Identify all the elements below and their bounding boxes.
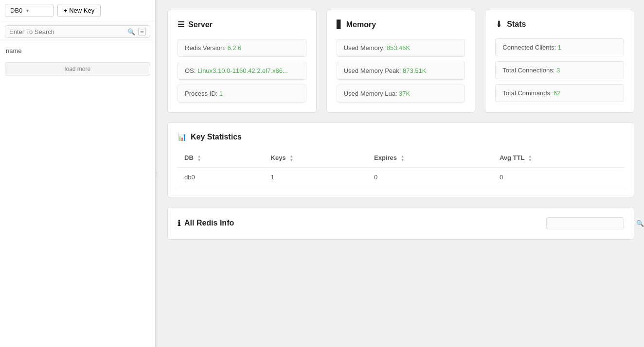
server-icon: ☰ — [178, 20, 184, 29]
new-key-button[interactable]: + New Key — [57, 4, 101, 17]
memory-icon: ▋ — [337, 20, 342, 29]
table-header-row: DB ▲▼ Keys ▲▼ Expires ▲▼ Avg TTL ▲▼ — [178, 149, 624, 167]
sort-arrows-avg-ttl: ▲▼ — [528, 155, 532, 162]
search-icon: 🔍 — [127, 28, 135, 35]
col-expires[interactable]: Expires ▲▼ — [367, 149, 493, 167]
chart-icon: 📊 — [178, 133, 187, 141]
row-expires: 0 — [367, 167, 493, 187]
col-avg-ttl[interactable]: Avg TTL ▲▼ — [493, 149, 624, 167]
server-card-title: ☰ Server — [178, 20, 306, 29]
row-keys: 1 — [264, 167, 368, 187]
stats-card: 🌡 Stats Connected Clients: 1 Total Conne… — [485, 10, 634, 113]
sort-arrows-keys: ▲▼ — [289, 155, 293, 162]
key-statistics-card: 📊 Key Statistics DB ▲▼ Keys ▲▼ Expires ▲ — [167, 122, 634, 197]
col-keys[interactable]: Keys ▲▼ — [264, 149, 368, 167]
server-card: ☰ Server Redis Version: 6.2.6 OS: Linux3… — [167, 10, 317, 113]
memory-card: ▋ Memory Used Memory: 853.46K Used Memor… — [326, 10, 476, 113]
main-content: ☰ Server Redis Version: 6.2.6 OS: Linux3… — [158, 0, 644, 347]
search-input[interactable] — [9, 28, 125, 35]
all-redis-info-card: ℹ All Redis Info 🔍 — [167, 207, 634, 240]
db-select[interactable]: DB0 ▾ — [5, 4, 54, 17]
search-input-wrap: 🔍 ☰ — [5, 25, 150, 38]
cards-row: ☰ Server Redis Version: 6.2.6 OS: Linux3… — [167, 10, 634, 113]
used-memory-peak: Used Memory Peak: 873.51K — [337, 62, 465, 80]
memory-card-title: ▋ Memory — [337, 20, 465, 29]
col-db[interactable]: DB ▲▼ — [178, 149, 264, 167]
row-db: db0 — [178, 167, 264, 187]
sort-arrows-db: ▲▼ — [197, 155, 201, 162]
all-redis-search-wrap: 🔍 — [546, 217, 624, 229]
all-redis-header: ℹ All Redis Info 🔍 — [178, 217, 624, 229]
all-redis-info-title: ℹ All Redis Info — [178, 219, 234, 228]
chevron-down-icon: ▾ — [26, 8, 29, 13]
sidebar-name-label: name — [0, 42, 155, 56]
all-redis-search-input[interactable] — [552, 220, 633, 227]
row-avg-ttl: 0 — [493, 167, 624, 187]
used-memory-lua: Used Memory Lua: 37K — [337, 85, 465, 103]
search-bar: 🔍 ☰ — [0, 21, 155, 42]
sidebar-top: DB0 ▾ + New Key — [0, 0, 155, 21]
info-icon: ℹ — [178, 219, 180, 228]
total-commands: Total Commands: 62 — [495, 84, 624, 102]
filter-icon[interactable]: ☰ — [138, 28, 146, 35]
connected-clients: Connected Clients: 1 — [495, 38, 624, 56]
server-redis-version: Redis Version: 6.2.6 — [178, 39, 306, 57]
all-redis-search-icon: 🔍 — [636, 220, 644, 227]
used-memory: Used Memory: 853.46K — [337, 39, 465, 57]
db-select-value: DB0 — [10, 7, 22, 14]
total-connections: Total Connections: 3 — [495, 61, 624, 79]
key-statistics-title: 📊 Key Statistics — [178, 133, 624, 141]
sort-arrows-expires: ▲▼ — [401, 155, 405, 162]
key-statistics-table: DB ▲▼ Keys ▲▼ Expires ▲▼ Avg TTL ▲▼ — [178, 149, 624, 187]
server-process-id: Process ID: 1 — [178, 85, 306, 103]
table-row: db0 1 0 0 — [178, 167, 624, 187]
load-more-button[interactable]: load more — [5, 62, 150, 76]
sidebar: DB0 ▾ + New Key 🔍 ☰ name load more — [0, 0, 156, 347]
stats-card-title: 🌡 Stats — [495, 20, 624, 29]
server-os: OS: Linux3.10.0-1160.42.2.el7.x86... — [178, 62, 306, 80]
stats-icon: 🌡 — [495, 20, 503, 29]
